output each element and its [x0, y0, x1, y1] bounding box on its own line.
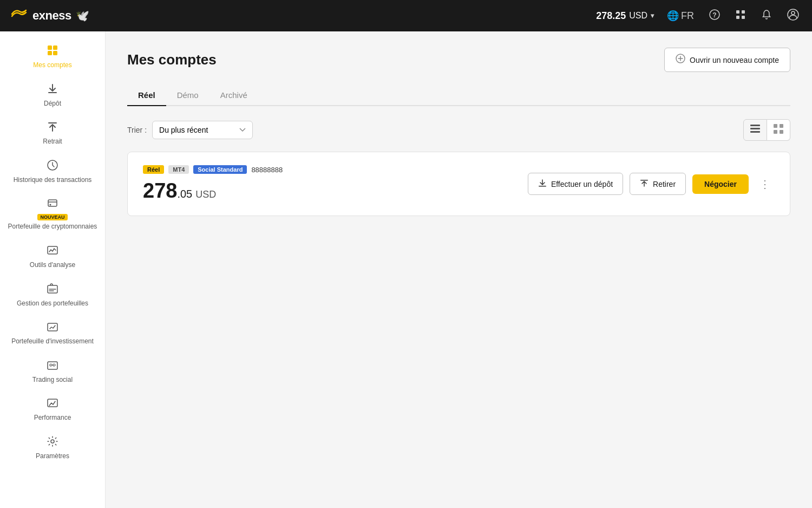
balance-cents: .05 — [177, 188, 192, 200]
sidebar-item-parametres[interactable]: Paramètres — [0, 429, 105, 467]
main-layout: Mes comptes Dépôt Retrait — [0, 31, 812, 508]
account-tags: Réel MT4 Social Standard 88888888 — [143, 165, 283, 174]
sidebar-label-retrait: Retrait — [43, 138, 62, 146]
tag-mt4: MT4 — [168, 165, 189, 174]
toolbar: Trier : Du plus récent Du plus ancien Ba… — [127, 119, 790, 141]
mes-comptes-icon — [47, 44, 58, 59]
apps-grid-icon — [735, 9, 746, 23]
deposit-label: Effectuer un dépôt — [551, 180, 613, 188]
sidebar-item-outils[interactable]: Outils d'analyse — [0, 238, 105, 276]
withdraw-icon — [640, 179, 649, 189]
sort-select[interactable]: Du plus récent Du plus ancien Balance (c… — [152, 121, 253, 139]
svg-rect-9 — [53, 45, 57, 50]
deposit-button[interactable]: Effectuer un dépôt — [528, 173, 623, 195]
tab-archive[interactable]: Archivé — [209, 85, 258, 106]
sidebar-item-crypto[interactable]: NOUVEAU Portefeuille de cryptomonnaies — [0, 191, 105, 238]
svg-rect-12 — [48, 92, 57, 93]
svg-rect-26 — [750, 125, 760, 126]
account-actions: Effectuer un dépôt Retirer Négocier ⋮ — [528, 173, 775, 195]
svg-rect-33 — [539, 186, 546, 187]
svg-rect-8 — [48, 45, 52, 50]
tab-demo[interactable]: Démo — [166, 85, 209, 106]
list-icon — [750, 126, 760, 135]
trade-label: Négocier — [704, 180, 737, 188]
sidebar-item-mes-comptes[interactable]: Mes comptes — [0, 38, 105, 76]
sidebar-label-crypto: Portefeuille de cryptomonnaies — [8, 223, 97, 231]
svg-rect-30 — [780, 124, 783, 128]
more-options-button[interactable]: ⋮ — [755, 175, 775, 193]
svg-rect-15 — [48, 200, 57, 206]
svg-rect-32 — [780, 130, 783, 134]
balance-main: 278 — [143, 179, 177, 203]
deposit-icon — [538, 179, 547, 189]
open-account-button[interactable]: Ouvrir un nouveau compte — [664, 48, 790, 72]
svg-rect-11 — [53, 51, 57, 55]
account-balance: 278 .05 USD — [143, 179, 283, 203]
svg-rect-29 — [774, 124, 777, 128]
more-dots-icon: ⋮ — [759, 178, 770, 190]
balance-currency: USD — [629, 11, 647, 21]
depot-icon — [47, 83, 58, 97]
tabs-bar: Réel Démo Archivé — [127, 85, 790, 106]
svg-point-21 — [50, 364, 52, 366]
svg-rect-19 — [48, 323, 57, 331]
new-badge: NOUVEAU — [37, 214, 67, 220]
gestion-icon — [47, 283, 58, 297]
notifications-button[interactable] — [759, 7, 774, 25]
profile-button[interactable] — [785, 6, 801, 25]
svg-rect-28 — [750, 131, 760, 133]
sidebar-item-historique[interactable]: Historique des transactions — [0, 153, 105, 191]
list-view-button[interactable] — [743, 119, 767, 141]
page-title: Mes comptes — [127, 51, 217, 68]
globe-icon: 🌐 — [667, 10, 679, 22]
bell-icon — [761, 9, 772, 23]
investissement-icon — [47, 321, 58, 335]
svg-rect-2 — [736, 10, 739, 14]
account-left: Réel MT4 Social Standard 88888888 278 .0… — [143, 165, 283, 203]
sidebar-label-mes-comptes: Mes comptes — [33, 61, 71, 70]
apps-button[interactable] — [733, 7, 748, 25]
sidebar-item-depot[interactable]: Dépôt — [0, 76, 105, 115]
svg-rect-4 — [736, 16, 739, 19]
performance-icon — [47, 397, 58, 412]
tab-reel[interactable]: Réel — [127, 85, 166, 106]
parametres-icon — [47, 435, 58, 450]
page-header: Mes comptes Ouvrir un nouveau compte — [127, 48, 790, 72]
sidebar-item-performance[interactable]: Performance — [0, 390, 105, 429]
user-icon — [787, 9, 799, 23]
help-icon: ? — [709, 9, 720, 23]
help-button[interactable]: ? — [707, 7, 722, 25]
svg-point-22 — [53, 364, 55, 366]
svg-point-16 — [50, 204, 51, 206]
withdraw-button[interactable]: Retirer — [630, 173, 686, 195]
logo-area: exness 🕊️ — [11, 8, 89, 23]
sort-label: Trier : — [127, 126, 147, 134]
sidebar-item-gestion[interactable]: Gestion des portefeuilles — [0, 276, 105, 315]
svg-rect-10 — [48, 51, 52, 55]
sidebar-item-investissement[interactable]: Portefeuille d'investissement — [0, 314, 105, 353]
sidebar: Mes comptes Dépôt Retrait — [0, 31, 106, 508]
grid-view-button[interactable] — [767, 119, 790, 141]
header-balance[interactable]: 278.25 USD ▾ — [596, 10, 654, 22]
svg-rect-20 — [48, 362, 57, 369]
sidebar-item-trading-social[interactable]: Trading social — [0, 353, 105, 391]
account-number: 88888888 — [251, 166, 283, 174]
plus-icon — [676, 54, 685, 66]
sidebar-label-gestion: Gestion des portefeuilles — [17, 299, 88, 308]
sidebar-item-retrait[interactable]: Retrait — [0, 114, 105, 153]
tag-social-standard: Social Standard — [193, 165, 247, 174]
trade-button[interactable]: Négocier — [692, 174, 749, 194]
retrait-icon — [47, 121, 58, 135]
svg-rect-34 — [640, 180, 648, 181]
trading-social-icon — [47, 359, 58, 374]
account-card: Réel MT4 Social Standard 88888888 278 .0… — [127, 152, 790, 216]
svg-rect-5 — [742, 16, 745, 19]
globe-button[interactable]: 🌐 FR — [665, 8, 696, 24]
svg-point-24 — [51, 440, 54, 443]
svg-rect-27 — [750, 128, 760, 129]
main-content: Mes comptes Ouvrir un nouveau compte Rée… — [106, 31, 812, 508]
sidebar-label-depot: Dépôt — [44, 100, 61, 108]
balance-chevron-icon: ▾ — [651, 12, 654, 19]
sort-area: Trier : Du plus récent Du plus ancien Ba… — [127, 121, 253, 139]
header: exness 🕊️ 278.25 USD ▾ 🌐 FR ? — [0, 0, 812, 31]
